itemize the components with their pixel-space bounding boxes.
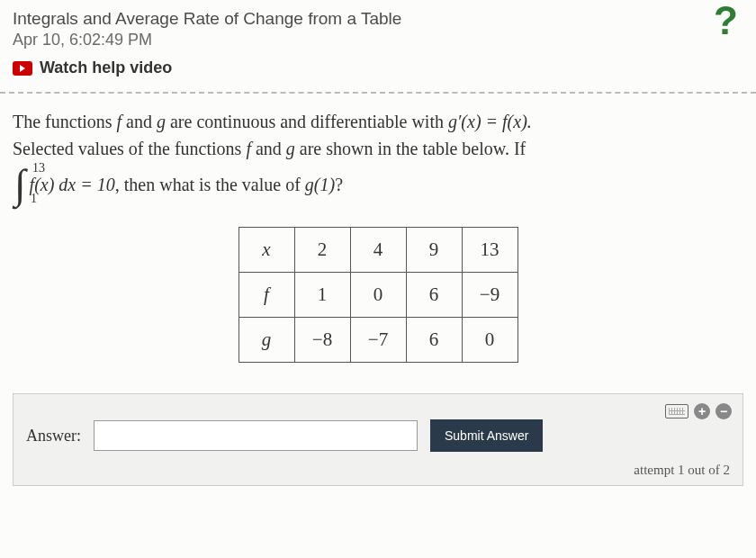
help-icon[interactable]: ? [714, 9, 743, 32]
attempt-counter: attempt 1 out of 2 [26, 463, 730, 478]
zoom-out-icon[interactable]: − [716, 403, 732, 419]
play-icon [13, 61, 32, 76]
text: ? [335, 175, 343, 194]
timestamp: Apr 10, 6:02:49 PM [13, 31, 401, 50]
table-cell: 6 [406, 273, 462, 318]
table-row: x 2 4 9 13 [238, 228, 518, 273]
text: Selected values of the functions [13, 139, 246, 158]
text: and [251, 139, 286, 158]
keyboard-icon[interactable] [665, 404, 688, 418]
answer-label: Answer: [26, 427, 81, 446]
equation: g′(x) = f(x). [448, 112, 532, 131]
submit-button[interactable]: Submit Answer [430, 419, 543, 452]
watch-help-link[interactable]: Watch help video [13, 58, 743, 77]
table-cell: 4 [350, 228, 406, 273]
answer-input[interactable] [94, 420, 418, 451]
text: and [122, 112, 157, 131]
integrand: f(x) dx = 10 [30, 175, 115, 194]
table-header: f [238, 273, 294, 318]
text: , then what is the value of [115, 175, 305, 194]
table-cell: 6 [406, 318, 462, 363]
integral-lower-limit: 1 [31, 193, 37, 205]
integral-upper-limit: 13 [32, 162, 45, 175]
watch-help-label: Watch help video [40, 58, 172, 77]
table-cell: 13 [462, 228, 518, 273]
table-cell: 0 [462, 318, 518, 363]
table-cell: 9 [406, 228, 462, 273]
text: are continuous and differentiable with [166, 112, 448, 131]
page-title: Integrals and Average Rate of Change fro… [13, 9, 401, 29]
text: The functions [13, 112, 117, 131]
target-expr: g(1) [305, 175, 335, 194]
table-cell: 1 [294, 273, 350, 318]
table-row: f 1 0 6 −9 [238, 273, 518, 318]
table-cell: −9 [462, 273, 518, 318]
table-cell: −7 [350, 318, 406, 363]
table-cell: 2 [294, 228, 350, 273]
table-cell: 0 [350, 273, 406, 318]
values-table: x 2 4 9 13 f 1 0 6 −9 g −8 −7 6 0 [238, 227, 518, 363]
integral-symbol: ∫ 13 1 [13, 164, 30, 205]
table-header: x [238, 228, 294, 273]
problem-text: The functions f and g are continuous and… [0, 94, 756, 388]
table-cell: −8 [294, 318, 350, 363]
table-row: g −8 −7 6 0 [238, 318, 518, 363]
table-header: g [238, 318, 294, 363]
zoom-in-icon[interactable]: + [694, 403, 710, 419]
answer-panel: + − Answer: Submit Answer attempt 1 out … [13, 393, 743, 486]
text: are shown in the table below. If [295, 139, 526, 158]
